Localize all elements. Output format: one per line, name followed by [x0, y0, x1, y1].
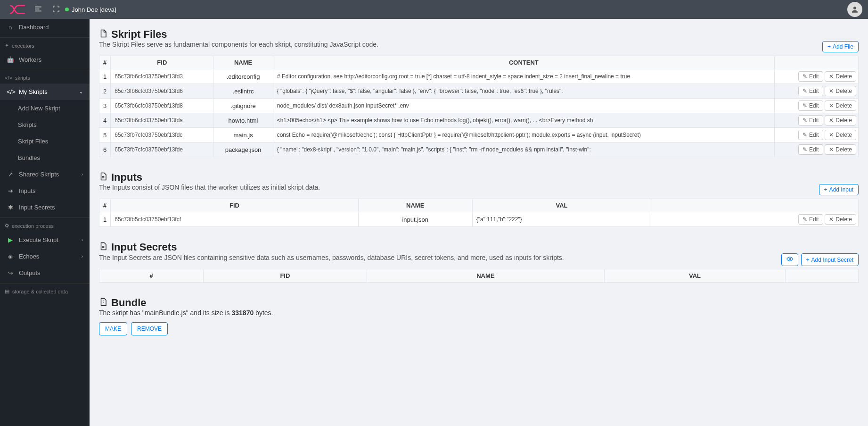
- cell-name: .eslintrc: [213, 84, 273, 99]
- cell-content: <h1>005echo</h1> <p> This example shows …: [273, 113, 774, 128]
- sidebar-item-label: Execute Skript: [19, 236, 58, 243]
- col-content: CONTENT: [273, 56, 774, 69]
- sidebar-item-label: Outputs: [19, 269, 41, 276]
- section-input-secrets: Input Secrets The Input Secrets are JSON…: [99, 241, 859, 283]
- remove-bundle-button[interactable]: REMOVE: [131, 322, 168, 335]
- close-icon: ✕: [829, 117, 834, 124]
- col-name: NAME: [213, 56, 273, 69]
- sidebar-sub-skript-files[interactable]: Skript Files: [0, 133, 90, 150]
- sidebar-item-outputs[interactable]: ↪ Outputs: [0, 265, 90, 281]
- view-secrets-button[interactable]: [781, 253, 798, 266]
- section-desc: The Input Secrets are JSON files contain…: [99, 254, 564, 261]
- sidebar-item-dashboard[interactable]: ⌂ Dashboard: [0, 19, 90, 35]
- section-title: Inputs: [99, 171, 859, 184]
- col-fid: FID: [111, 199, 359, 212]
- sidebar-item-echoes[interactable]: ◈ Echoes ›: [0, 248, 90, 265]
- file-icon: [99, 171, 107, 184]
- sidebar-sub-add-new[interactable]: Add New Skript: [0, 100, 90, 117]
- archive-icon: [99, 297, 107, 309]
- cell-num: 4: [99, 113, 111, 128]
- edit-button[interactable]: ✎ Edit: [798, 144, 823, 155]
- cell-num: 2: [99, 84, 111, 99]
- sidebar-sub-skripts[interactable]: Skripts: [0, 117, 90, 133]
- delete-button[interactable]: ✕ Delete: [825, 115, 856, 125]
- cell-num: 6: [99, 142, 111, 157]
- sidebar-item-inputs[interactable]: ➔ Inputs: [0, 183, 90, 199]
- avatar[interactable]: [847, 2, 862, 17]
- main-content: Skript Files The Skript Files serve as f…: [90, 0, 868, 426]
- col-fid: FID: [111, 56, 213, 69]
- close-icon: ✕: [829, 88, 834, 94]
- cell-name: main.js: [213, 128, 273, 142]
- add-input-secret-button[interactable]: + Add Input Secret: [801, 253, 859, 266]
- sidebar-item-my-skripts[interactable]: </> My Skripts ⌄: [0, 84, 90, 100]
- cell-content: { "name": "dex8-skript", "version": "1.0…: [273, 142, 774, 157]
- edit-button[interactable]: ✎ Edit: [798, 100, 823, 111]
- sidebar-heading-skripts: </> skripts: [0, 70, 90, 84]
- add-input-button[interactable]: + Add Input: [819, 184, 859, 195]
- sidebar-item-execute[interactable]: ▶ Execute Skript ›: [0, 232, 90, 248]
- delete-button[interactable]: ✕ Delete: [825, 100, 856, 111]
- file-icon: [99, 241, 107, 253]
- plus-icon: +: [806, 257, 810, 263]
- pencil-icon: ✎: [802, 132, 807, 138]
- sidebar-item-input-secrets[interactable]: ✱ Input Secrets: [0, 199, 90, 216]
- topbar: John Doe [deva]: [0, 0, 868, 19]
- code-icon: </>: [5, 75, 12, 81]
- cell-name: .gitignore: [213, 99, 273, 113]
- pencil-icon: ✎: [802, 146, 807, 153]
- edit-button[interactable]: ✎ Edit: [798, 214, 823, 225]
- cell-fid: 65c73fb7cfc03750ebf13fdc: [111, 128, 213, 142]
- cell-num: 1: [99, 69, 111, 84]
- sidebar-item-label: Dashboard: [19, 24, 49, 31]
- sidebar-item-shared-skripts[interactable]: ↗ Shared Skripts ›: [0, 166, 90, 183]
- status-dot: [65, 8, 69, 11]
- edit-button[interactable]: ✎ Edit: [798, 115, 823, 125]
- delete-button[interactable]: ✕ Delete: [825, 214, 856, 225]
- chevron-right-icon: ›: [82, 172, 83, 177]
- make-bundle-button[interactable]: MAKE: [99, 322, 127, 335]
- file-code-icon: [99, 28, 107, 41]
- code-icon: </>: [7, 88, 14, 95]
- section-title: Skript Files: [99, 28, 859, 41]
- add-file-button[interactable]: + Add File: [822, 41, 859, 52]
- logout-icon: ↪: [7, 269, 14, 276]
- app-logo[interactable]: [6, 5, 29, 14]
- pencil-icon: ✎: [802, 88, 807, 94]
- pencil-icon: ✎: [802, 117, 807, 124]
- table-row: 365c73fb6cfc03750ebf13fd8.gitignorenode_…: [99, 99, 859, 113]
- menu-toggle-icon[interactable]: [29, 3, 47, 17]
- close-icon: ✕: [829, 102, 834, 109]
- section-title: Input Secrets: [99, 241, 859, 253]
- sidebar-heading-storage: ▤ storage & collected data: [0, 283, 90, 297]
- delete-button[interactable]: ✕ Delete: [825, 86, 856, 96]
- fullscreen-icon[interactable]: [47, 3, 65, 17]
- robot-icon: 🤖: [7, 56, 14, 63]
- input-secrets-table: # FID NAME VAL: [99, 269, 859, 283]
- delete-button[interactable]: ✕ Delete: [825, 144, 856, 155]
- bundle-text: The skript has "mainBundle.js" and its s…: [99, 309, 859, 317]
- svg-point-0: [853, 7, 856, 9]
- sidebar-sub-bundles[interactable]: Bundles: [0, 150, 90, 166]
- cell-num: 5: [99, 128, 111, 142]
- delete-button[interactable]: ✕ Delete: [825, 71, 856, 82]
- sidebar-item-workers[interactable]: 🤖 Workers: [0, 51, 90, 68]
- col-val: VAL: [605, 269, 786, 283]
- sidebar-item-label: Inputs: [19, 187, 35, 194]
- edit-button[interactable]: ✎ Edit: [798, 86, 823, 96]
- cell-fid: 65c73fb7cfc03750ebf13fde: [111, 142, 213, 157]
- user-name: John Doe [deva]: [72, 6, 116, 13]
- runner-icon: ✦: [5, 42, 9, 49]
- sidebar-item-label: Shared Skripts: [19, 171, 59, 178]
- sidebar-item-label: My Skripts: [19, 88, 48, 95]
- edit-button[interactable]: ✎ Edit: [798, 130, 823, 140]
- close-icon: ✕: [829, 132, 834, 138]
- database-icon: ▤: [5, 288, 9, 294]
- asterisk-icon: ✱: [7, 204, 14, 211]
- pencil-icon: ✎: [802, 102, 807, 109]
- col-actions: [785, 269, 858, 283]
- col-num: #: [99, 199, 111, 212]
- section-inputs: Inputs The Inputs consist of JSON files …: [99, 171, 859, 227]
- edit-button[interactable]: ✎ Edit: [798, 71, 823, 82]
- delete-button[interactable]: ✕ Delete: [825, 130, 856, 140]
